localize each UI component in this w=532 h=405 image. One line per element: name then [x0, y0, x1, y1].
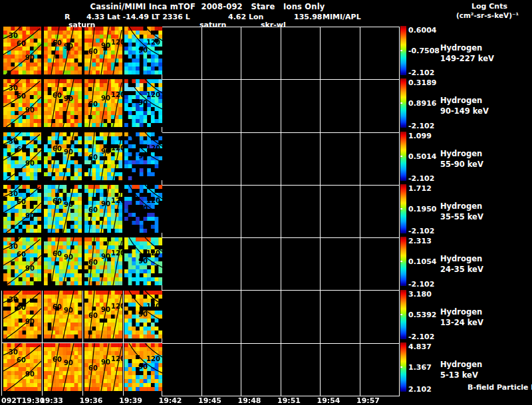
empty-cell [202, 291, 241, 342]
contour-label: 90 [138, 363, 148, 370]
colorbar-max-label: 1.099 [408, 132, 432, 140]
empty-cell [202, 27, 241, 79]
contour-label: 60 [53, 356, 62, 363]
colorbar-min-label: -2.102 [408, 174, 434, 183]
empty-cell [321, 291, 360, 342]
heatmap-panel: 6090 [44, 27, 82, 74]
contour-label: 60 [17, 40, 26, 47]
contour-line [6, 45, 41, 74]
heatmap-panel: 6090 [44, 343, 82, 391]
contour-label: 30 [9, 138, 18, 145]
energy-band-label: Hydrogen90-149 keV [440, 95, 489, 116]
contour-label: 120 [146, 355, 160, 362]
heatmap-panel: 6090120 [84, 27, 122, 74]
energy-range-label: 55-90 keV [440, 159, 483, 170]
contour-label: 120 [111, 355, 122, 362]
empty-cell [281, 291, 321, 342]
contour-line [113, 346, 122, 391]
contour-line [63, 343, 74, 391]
empty-cell [202, 133, 241, 185]
contour-label: 90 [138, 257, 148, 265]
heatmap-panel: 90120 [124, 237, 162, 285]
empty-cell [202, 344, 241, 396]
empty-cell [162, 80, 201, 132]
colorbar-max-label: 2.313 [408, 237, 432, 245]
contour-line [63, 132, 74, 180]
heatmap-panel: 6090 [44, 237, 82, 285]
contour-line [51, 185, 59, 233]
contour-overlay: 6090 [44, 343, 82, 391]
overlay-label-skr-wl: skr-wl [261, 21, 286, 29]
contour-label: 60 [17, 356, 26, 364]
cassini-mimi-spectrogram: Cassini/MIMI Inca mTOF 2008-092 Stare Io… [0, 0, 532, 405]
contour-line [6, 203, 41, 233]
empty-cell [281, 238, 321, 290]
empty-cell [241, 27, 281, 79]
energy-range-label: 35-55 keV [440, 211, 483, 222]
contour-label: 120 [146, 91, 160, 98]
time-tick-label: 19:48 [237, 396, 261, 405]
empty-cell [321, 238, 360, 290]
contour-label: 60 [88, 100, 98, 108]
units-label-line2: (cm²-sr-s-keV)⁻¹ [456, 11, 519, 19]
contour-label: 120 [111, 197, 122, 204]
species-label: Hydrogen [440, 148, 483, 159]
contour-overlay: 306090 [3, 132, 41, 180]
contour-label: 90 [64, 201, 73, 208]
colorbar-mid-tick [400, 156, 402, 157]
contour-line [113, 136, 122, 180]
colorbar-mid-tick [400, 261, 402, 262]
empty-cell [281, 186, 321, 237]
contour-label: 60 [53, 92, 62, 99]
longitude-label: 4.62 Lon [228, 13, 263, 21]
time-tick-label: 19:36 [79, 396, 102, 405]
empty-cell [360, 133, 400, 185]
contour-overlay: 6090 [44, 27, 82, 74]
contour-line [6, 255, 41, 285]
plot-title: Cassini/MIMI Inca mTOF 2008-092 Stare Io… [90, 2, 325, 11]
contour-line [113, 82, 122, 127]
empty-cell [162, 344, 201, 396]
colorbar-min-label: 2.102 [408, 385, 432, 394]
heatmap-panel: 90120 [124, 291, 162, 338]
empty-cell [321, 27, 360, 79]
energy-range-label: 24-35 keV [440, 264, 483, 275]
units-label-line1: Log Cnts [471, 2, 507, 11]
colorbar-mid-label: 0.1054 [408, 257, 436, 266]
bfield-flow-label: B-field Particle Flow [467, 383, 532, 392]
empty-cell [162, 186, 201, 237]
contour-label: 60 [53, 303, 62, 311]
species-label: Hydrogen [440, 201, 483, 211]
energy-range-label: 5-13 keV [440, 370, 482, 380]
contour-label: 90 [64, 43, 73, 50]
colorbar-min-label: -2.102 [408, 227, 434, 235]
contour-label: 30 [9, 296, 18, 303]
contour-label: 90 [138, 99, 148, 106]
contour-label: 30 [9, 84, 18, 92]
overlay-label-saturn-1: saturn [68, 21, 95, 29]
contour-line [113, 294, 122, 338]
empty-cell [281, 344, 321, 396]
row-separator-line [1, 342, 162, 343]
contour-label: 30 [9, 348, 18, 356]
contour-label: 60 [88, 259, 98, 266]
empty-cell [321, 344, 360, 396]
contour-label: 120 [146, 39, 160, 46]
contour-overlay: 306090 [3, 79, 41, 127]
colorbar-min-label: -2.102 [408, 68, 434, 77]
empty-time-grid [162, 27, 400, 396]
contour-label: 60 [17, 92, 26, 100]
heatmap-panel: 90120 [124, 132, 162, 180]
contour-label: 90 [138, 311, 148, 318]
time-tick-label: 19:42 [158, 396, 182, 405]
empty-cell [281, 80, 321, 132]
contour-line [101, 291, 109, 338]
colorbar-mid-tick [400, 50, 402, 51]
contour-overlay: 90120 [124, 237, 162, 285]
contour-line [101, 79, 109, 127]
empty-cell [162, 291, 201, 342]
contour-label: 120 [146, 144, 160, 152]
contour-overlay: 6090120 [84, 343, 122, 391]
colorbar-mid-tick [400, 366, 402, 368]
time-tick-label: 19:51 [277, 396, 301, 405]
